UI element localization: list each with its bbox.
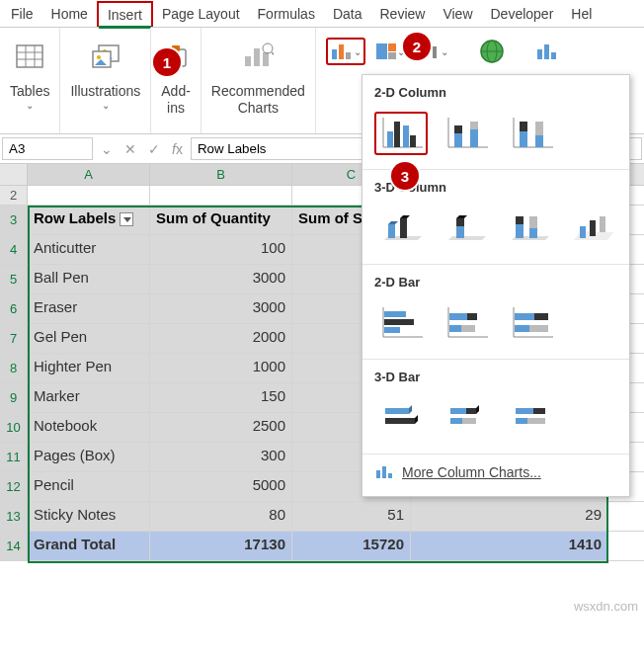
svg-rect-88 [382,466,386,478]
group-tables[interactable]: Tables ⌄ [0,28,60,133]
100-stacked-column-option[interactable] [505,112,558,155]
caret-icon: ⌄ [102,100,110,111]
more-column-charts[interactable]: More Column Charts... [362,454,629,490]
3d-stacked-bar-option[interactable] [440,396,493,440]
svg-rect-59 [600,216,605,232]
row-header[interactable]: 3 [0,206,28,234]
caret-icon: ⌄ [441,46,448,57]
svg-rect-58 [590,220,596,236]
column-chart-icon [374,464,394,480]
menu-home[interactable]: Home [42,2,97,26]
svg-rect-84 [533,408,545,414]
menu-review[interactable]: Review [371,2,435,26]
menu-developer[interactable]: Developer [482,2,563,26]
svg-rect-39 [454,133,462,147]
svg-rect-77 [385,408,409,414]
svg-rect-79 [450,408,466,414]
3d-stacked-column-option[interactable] [439,207,491,250]
3d-100-stacked-column-option[interactable] [502,207,554,250]
pivotchart-button[interactable] [531,38,563,65]
menu-insert[interactable]: Insert [97,1,153,27]
namebox-caret-icon[interactable]: ⌄ [95,141,119,157]
menu-formulas[interactable]: Formulas [249,2,324,26]
group-addins[interactable]: Add- ins [151,28,201,133]
caret-icon: ⌄ [354,46,362,57]
section-2d-bar: 2-D Bar [362,265,629,297]
svg-rect-51 [456,226,464,238]
svg-rect-81 [450,418,462,424]
name-box[interactable] [2,137,93,160]
svg-rect-56 [529,216,537,228]
section-2d-column: 2-D Column [362,75,629,108]
fx-icon[interactable]: fx [166,141,189,157]
svg-rect-17 [339,44,344,59]
svg-rect-68 [467,313,477,320]
svg-rect-35 [403,125,409,147]
svg-rect-13 [263,52,269,66]
header-cell[interactable]: Sum of Quantity [150,206,292,234]
svg-rect-74 [534,313,548,320]
svg-rect-20 [388,43,396,51]
select-all-corner[interactable] [0,164,28,185]
svg-point-14 [263,43,273,53]
svg-rect-41 [470,129,478,147]
column-chart-button[interactable]: ⌄ [326,38,365,65]
svg-rect-42 [470,122,478,129]
svg-rect-33 [387,131,393,147]
caret-icon: ⌄ [26,100,34,111]
svg-rect-46 [520,122,527,131]
3d-clustered-bar-option[interactable] [374,396,428,440]
svg-rect-89 [388,473,392,478]
header-cell[interactable]: Row Labels [28,206,150,234]
svg-line-15 [272,52,274,56]
menu-data[interactable]: Data [324,2,371,26]
svg-rect-0 [17,45,42,67]
cancel-icon[interactable]: ✕ [119,141,142,157]
row-header[interactable]: 2 [0,186,28,205]
menu-view[interactable]: View [434,2,481,26]
svg-rect-80 [466,408,476,414]
svg-rect-67 [449,313,467,320]
menu-bar: File Home Insert Page Layout Formulas Da… [0,0,644,28]
3d-clustered-column-option[interactable] [374,207,427,250]
tables-icon [16,36,43,77]
svg-rect-69 [449,325,461,332]
more-charts-label: More Column Charts... [402,464,541,480]
clustered-column-option[interactable] [374,112,428,155]
group-recommended-charts[interactable]: Recommended Charts [201,28,316,133]
svg-rect-82 [462,418,476,424]
column-chart-gallery: 2-D Column 3 3-D Column 2-D Bar 3-D Bar … [362,74,630,497]
menu-pagelayout[interactable]: Page Layout [153,2,249,26]
svg-rect-34 [394,122,400,147]
callout-1: 1 [153,48,181,76]
svg-rect-29 [544,44,549,59]
svg-rect-19 [376,43,387,59]
svg-rect-54 [516,216,523,224]
3d-column-option[interactable] [566,207,618,250]
menu-help[interactable]: Hel [562,2,601,26]
stacked-column-option[interactable] [440,112,493,155]
svg-rect-70 [461,325,475,332]
stacked-bar-option[interactable] [440,301,493,345]
col-A[interactable]: A [28,164,150,185]
globe-button[interactable] [474,34,510,69]
group-illustrations[interactable]: Illustrations ⌄ [60,28,151,133]
callout-2: 2 [403,33,431,60]
svg-rect-16 [332,49,337,59]
3d-100-stacked-bar-option[interactable] [505,396,558,440]
svg-rect-48 [535,122,543,135]
menu-file[interactable]: File [2,2,42,26]
svg-rect-21 [388,52,396,59]
addins-label: Add- ins [161,83,191,117]
svg-rect-63 [384,319,414,325]
svg-rect-87 [376,470,380,478]
illustrations-icon [91,36,121,77]
clustered-bar-option[interactable] [374,301,428,345]
svg-rect-24 [433,46,437,58]
svg-rect-49 [388,224,395,238]
filter-dropdown-icon[interactable] [120,212,133,226]
svg-rect-76 [529,325,548,332]
accept-icon[interactable]: ✓ [142,141,166,157]
col-B[interactable]: B [150,164,292,185]
100-stacked-bar-option[interactable] [505,301,558,345]
